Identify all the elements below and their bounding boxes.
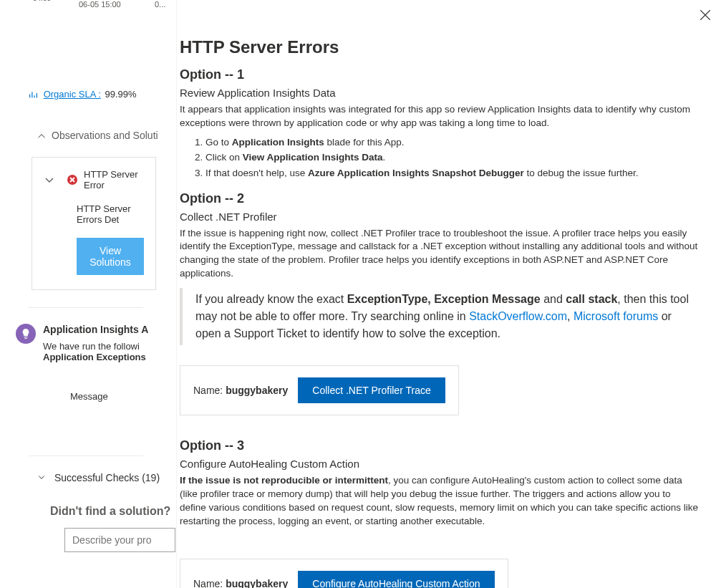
describe-problem-input[interactable]: [64, 528, 175, 552]
chevron-down-icon: [37, 472, 46, 483]
chevron-up-icon: [37, 131, 46, 140]
didnt-find-heading: Didn't find a solution?: [0, 505, 172, 518]
autohealing-name-display: Name: buggybakery: [193, 578, 288, 588]
profiler-action-card: Name: buggybakery Collect .NET Profiler …: [180, 365, 459, 415]
option-1-step-2: Click on View Application Insights Data.: [205, 150, 699, 165]
error-x-icon: [67, 174, 78, 185]
observations-section-header[interactable]: Observations and Soluti: [0, 130, 172, 141]
time-label-2: 0...: [155, 0, 165, 9]
error-card-header[interactable]: HTTP Server Error: [44, 169, 144, 191]
view-solutions-button[interactable]: View Solutions: [77, 238, 144, 275]
timeline-axis: 04:00 06-05 15:00 0...: [0, 0, 172, 17]
chevron-down-icon: [44, 174, 55, 185]
successful-checks-section[interactable]: Successful Checks (19): [0, 472, 172, 483]
collect-profiler-trace-button[interactable]: Collect .NET Profiler Trace: [298, 377, 445, 403]
successful-checks-label: Successful Checks (19): [54, 472, 160, 483]
solutions-panel: HTTP Server Errors Option -- 1 Review Ap…: [176, 0, 716, 588]
stackoverflow-link[interactable]: StackOverflow.com: [469, 310, 567, 322]
option-2-subheading: Collect .NET Profiler: [180, 211, 699, 223]
option-1-steps: Go to Application Insights blade for thi…: [205, 135, 699, 181]
bar-chart-icon: [29, 90, 41, 101]
observations-label: Observations and Soluti: [52, 130, 158, 141]
sla-value: 99.99%: [105, 89, 136, 100]
insights-title: Application Insights A: [43, 324, 148, 335]
option-2-heading: Option -- 2: [180, 191, 699, 206]
lightbulb-icon: [16, 324, 36, 344]
error-card-title: HTTP Server Error: [84, 169, 144, 191]
option-1-step-1: Go to Application Insights blade for thi…: [205, 135, 699, 150]
option-3-paragraph: If the issue is not reproducible or inte…: [180, 474, 699, 529]
message-column-header: Message: [0, 391, 172, 402]
option-3-subheading: Configure AutoHealing Custom Action: [180, 458, 699, 470]
divider-2: [29, 456, 143, 456]
time-label-1: 06-05 15:00: [79, 0, 121, 9]
option-1-step-3: If that doesn't help, use Azure Applicat…: [205, 165, 699, 181]
option-1-heading: Option -- 1: [180, 67, 699, 82]
http-server-errors-card: HTTP Server Error HTTP Server Errors Det…: [32, 157, 156, 290]
organic-sla-link[interactable]: Organic SLA :: [44, 89, 101, 100]
sla-row: Organic SLA : 99.99%: [0, 89, 172, 101]
option-2-paragraph: If the issue is happening right now, col…: [180, 227, 699, 281]
time-label-small: 04:00: [33, 0, 51, 2]
divider: [29, 307, 143, 308]
insights-line1: We have run the followi: [43, 341, 148, 352]
error-card-subtitle: HTTP Server Errors Det: [44, 203, 144, 225]
option-1-paragraph: It appears that application insights was…: [180, 103, 699, 130]
profiler-name-display: Name: buggybakery: [193, 385, 288, 396]
microsoft-forums-link[interactable]: Microsoft forums: [574, 310, 658, 322]
insights-bold: Application Exceptions: [43, 352, 148, 362]
background-content: 04:00 06-05 15:00 0... Organic SLA : 99.…: [0, 0, 172, 588]
option-1-subheading: Review Application Insights Data: [180, 87, 699, 99]
configure-autohealing-button[interactable]: Configure AutoHealing Custom Action: [298, 571, 494, 588]
option-3-heading: Option -- 3: [180, 438, 699, 453]
close-icon[interactable]: [699, 9, 712, 24]
option-2-callout: If you already know the exact ExceptionT…: [180, 288, 699, 345]
panel-title: HTTP Server Errors: [180, 37, 699, 57]
autohealing-action-card: Name: buggybakery Configure AutoHealing …: [180, 559, 508, 588]
